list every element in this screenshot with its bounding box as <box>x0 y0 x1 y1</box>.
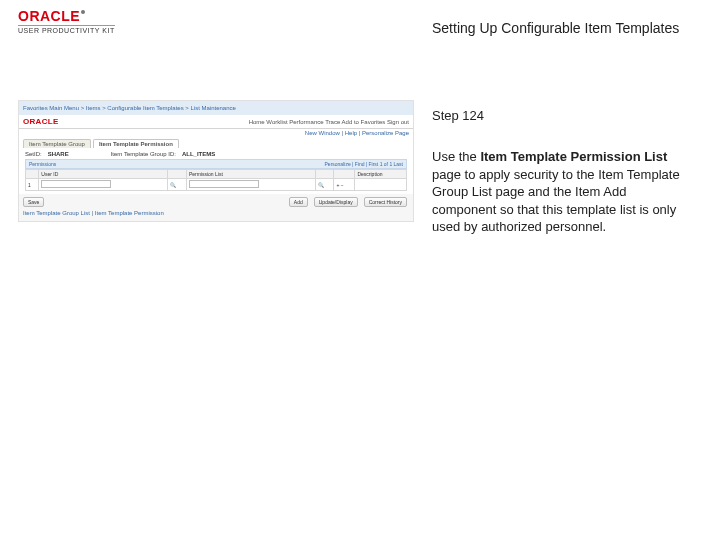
mini-body: SetID: SHARE Item Template Group ID: ALL… <box>19 148 413 194</box>
mini-link-perftrace: Performance Trace <box>289 119 340 125</box>
logo-dot-icon <box>81 10 85 14</box>
mini-col-4 <box>315 170 334 179</box>
mini-row-permlist <box>186 179 315 191</box>
mini-row-seq: 1 <box>26 179 39 191</box>
mini-setid-value: SHARE <box>48 151 69 157</box>
mini-row-addremove: + − <box>334 179 355 191</box>
mini-tab-group: Item Template Group <box>23 139 91 148</box>
mini-update-button: Update/Display <box>314 197 358 207</box>
instruction-paragraph: Use the Item Template Permission List pa… <box>432 148 684 236</box>
mini-group-label: Item Template Group ID: <box>111 151 176 157</box>
mini-grid-tools: Personalize | Find | First 1 of 1 Last <box>325 161 403 167</box>
mini-save-button: Save <box>23 197 44 207</box>
step-label: Step 124 <box>432 108 484 123</box>
mini-col-userid: User ID <box>39 170 168 179</box>
mini-link-worklist: Worklist <box>266 119 287 125</box>
mini-row-userid <box>39 179 168 191</box>
mini-tabs: Item Template Group Item Template Permis… <box>19 137 413 148</box>
mini-grid-header: Permissions Personalize | Find | First 1… <box>25 159 407 169</box>
embedded-screenshot: Favorites Main Menu > Items > Configurab… <box>18 100 414 222</box>
para-lead: Use the <box>432 149 480 164</box>
oracle-wordmark: ORACLE <box>18 8 80 24</box>
mini-col-5 <box>334 170 355 179</box>
mini-col-permlist: Permission List <box>186 170 315 179</box>
mini-input-userid <box>41 180 111 188</box>
mini-correct-button: Correct History <box>364 197 407 207</box>
table-row: 1 🔍 🔍 + − <box>26 179 407 191</box>
brand-logo: ORACLE USER PRODUCTIVITY KIT <box>18 8 115 34</box>
mini-link-home: Home <box>249 119 265 125</box>
mini-oracle-wordmark: ORACLE <box>23 117 59 126</box>
mini-col-2 <box>168 170 187 179</box>
mini-add-button: Add <box>289 197 308 207</box>
mini-window-links: New Window | Help | Personalize Page <box>19 129 413 137</box>
mini-topbar: Favorites Main Menu > Items > Configurab… <box>19 101 413 115</box>
mini-row-desc <box>355 179 407 191</box>
mini-tab-permission: Item Template Permission <box>93 139 179 148</box>
para-bold: Item Template Permission List <box>480 149 667 164</box>
product-kit-label: USER PRODUCTIVITY KIT <box>18 25 115 34</box>
mini-row-lookup1: 🔍 <box>168 179 187 191</box>
page-title: Setting Up Configurable Item Templates <box>432 20 679 36</box>
mini-setid-field: SetID: SHARE Item Template Group ID: ALL… <box>25 151 407 157</box>
mini-setid-label: SetID: <box>25 151 42 157</box>
mini-footer-links: Item Template Group List | Item Template… <box>19 210 413 218</box>
mini-input-permlist <box>189 180 259 188</box>
mini-col-0 <box>26 170 39 179</box>
mini-row-lookup2: 🔍 <box>315 179 334 191</box>
mini-permission-table: User ID Permission List Description 1 🔍 … <box>25 169 407 191</box>
para-rest: page to apply security to the Item Templ… <box>432 167 680 235</box>
mini-breadcrumb-primary: Favorites Main Menu > Items > Configurab… <box>23 105 236 111</box>
mini-col-desc: Description <box>355 170 407 179</box>
mini-group-value: ALL_ITEMS <box>182 151 215 157</box>
mini-global-links: Home Worklist Performance Trace Add to F… <box>249 119 409 125</box>
mini-link-signout: Sign out <box>387 119 409 125</box>
mini-link-favorites: Add to Favorites <box>342 119 386 125</box>
mini-action-row: Save Add Update/Display Correct History <box>19 194 413 210</box>
mini-grid-title: Permissions <box>29 161 56 167</box>
mini-logo-row: ORACLE Home Worklist Performance Trace A… <box>19 115 413 129</box>
